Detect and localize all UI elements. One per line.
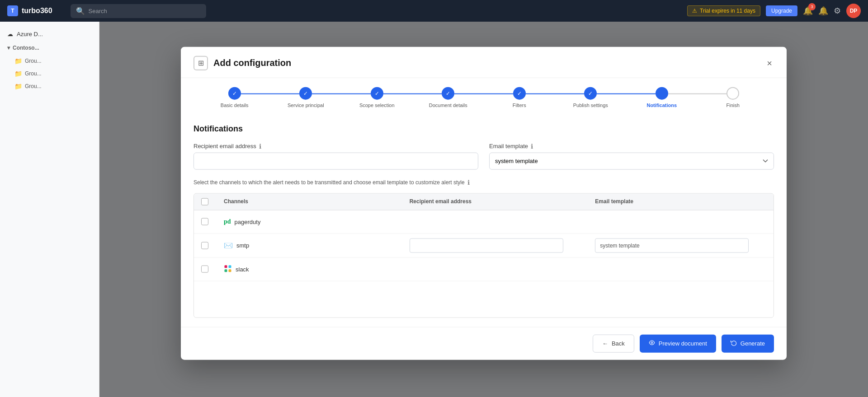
step-label-4: Document details (429, 102, 467, 107)
table-row-pagerduty: pd pagerduty (194, 210, 774, 234)
upgrade-button[interactable]: Upgrade (766, 5, 797, 16)
top-form-row: Recipient email address ℹ Email template… (193, 142, 774, 169)
table-row-smtp: ✉️ smtp system template (194, 234, 774, 257)
logo-icon: T (7, 5, 18, 16)
slack-label: slack (236, 266, 249, 272)
th-channels: Channels (217, 193, 402, 210)
modal-title-row: ⊞ Add configuration (193, 56, 291, 70)
step-label-8: Finish (726, 102, 740, 107)
pagerduty-checkbox[interactable] (201, 218, 208, 225)
email-template-label: Email template ℹ (489, 142, 774, 149)
email-template-info-icon[interactable]: ℹ (531, 142, 533, 149)
chevron-down-icon: ▾ (7, 45, 10, 51)
step-circle-5: ✓ (513, 87, 526, 99)
avatar[interactable]: DP (846, 4, 861, 18)
stepper: ✓ Basic details ✓ Service principal ✓ Sc… (181, 78, 787, 115)
step-document-details: ✓ Document details (413, 87, 484, 107)
smtp-recipient-input[interactable] (410, 238, 563, 252)
step-finish: Finish (698, 87, 769, 107)
td-checkbox-pd (194, 214, 217, 230)
td-recipient-smtp (402, 234, 588, 257)
group2-label: Grou... (25, 70, 42, 77)
back-button[interactable]: ← Back (593, 334, 634, 352)
pagerduty-icon: pd (224, 218, 231, 225)
sidebar-header-item[interactable]: ☁ Azure D... (0, 27, 99, 41)
preview-document-button[interactable]: Preview document (640, 334, 716, 352)
step-circle-8 (726, 87, 739, 99)
td-channel-pd: pd pagerduty (217, 214, 402, 230)
sidebar-item-group2[interactable]: 📁 Grou... (0, 67, 99, 80)
td-recipient-pd (402, 217, 588, 226)
select-all-checkbox[interactable] (201, 198, 208, 205)
step-filters: ✓ Filters (484, 87, 555, 107)
back-label: Back (612, 340, 625, 347)
main-content: ⊞ Add configuration × ✓ Basic details ✓ … (99, 22, 868, 397)
td-template-pd (588, 217, 774, 226)
search-bar[interactable]: 🔍 (71, 4, 206, 18)
notifications-icon[interactable]: 🔔 3 (803, 6, 813, 16)
step-connector-4 (454, 93, 513, 94)
sidebar-item-group3[interactable]: 📁 Grou... (0, 80, 99, 93)
step-notifications: Notifications (626, 87, 698, 107)
smtp-template-display: system template (595, 238, 749, 252)
td-channel-smtp: ✉️ smtp (217, 237, 402, 254)
generate-button[interactable]: Generate (722, 334, 774, 352)
search-input[interactable] (89, 8, 201, 14)
step-circle-2: ✓ (299, 87, 312, 99)
warning-icon: ⚠ (692, 8, 697, 14)
sidebar-group-label: Contoso... (13, 45, 39, 51)
group3-label: Grou... (25, 83, 42, 89)
helper-text: Select the channels to which the alert n… (193, 178, 774, 186)
helper-info-icon[interactable]: ℹ (467, 178, 470, 186)
email-template-label-text: Email template (489, 143, 528, 149)
step-label-2: Service principal (288, 102, 324, 107)
app-logo: T turbo360 (7, 5, 52, 16)
recipient-email-info-icon[interactable]: ℹ (259, 142, 261, 149)
folder-icon-2: 📁 (14, 70, 22, 77)
smtp-icon: ✉️ (224, 241, 233, 250)
bell-icon[interactable]: 🔔 (818, 6, 828, 16)
sidebar-group-header: ▾ Contoso... (0, 41, 99, 55)
smtp-checkbox[interactable] (201, 242, 208, 249)
sidebar-item-group1[interactable]: 📁 Grou... (0, 55, 99, 67)
recipient-email-label-text: Recipient email address (193, 143, 256, 149)
slack-icon (224, 264, 232, 274)
recipient-email-input[interactable] (193, 152, 478, 169)
add-configuration-modal: ⊞ Add configuration × ✓ Basic details ✓ … (181, 47, 787, 360)
modal-footer: ← Back Preview document (181, 327, 787, 360)
navbar-right: ⚠ Trial expires in 11 days Upgrade 🔔 3 🔔… (687, 4, 861, 18)
table-empty-space (194, 281, 774, 317)
email-template-select[interactable]: system template (489, 152, 774, 169)
preview-icon (649, 340, 655, 347)
step-label-6: Publish settings (573, 102, 608, 107)
td-checkbox-smtp (194, 237, 217, 253)
channels-table: Channels Recipient email address Email t… (193, 193, 774, 318)
th-checkbox (194, 193, 217, 210)
th-recipient: Recipient email address (402, 193, 588, 210)
step-scope-selection: ✓ Scope selection (341, 87, 413, 107)
svg-rect-3 (229, 269, 231, 272)
step-label-3: Scope selection (359, 102, 395, 107)
notification-badge: 3 (808, 3, 816, 10)
svg-rect-1 (229, 265, 231, 268)
group1-label: Grou... (25, 58, 42, 64)
navbar: T turbo360 🔍 ⚠ Trial expires in 11 days … (0, 0, 868, 22)
generate-label: Generate (741, 340, 765, 347)
step-connector-2 (312, 93, 371, 94)
step-connector-1 (241, 93, 300, 94)
slack-checkbox[interactable] (201, 266, 208, 273)
step-connector-3 (383, 93, 442, 94)
step-service-principal: ✓ Service principal (270, 87, 342, 107)
step-connector-7 (668, 93, 727, 94)
folder-icon-1: 📁 (14, 57, 22, 65)
recipient-email-group: Recipient email address ℹ (193, 142, 478, 169)
section-title: Notifications (193, 124, 774, 133)
sidebar: ☁ Azure D... ▾ Contoso... 📁 Grou... 📁 Gr… (0, 22, 99, 397)
close-button[interactable]: × (765, 56, 774, 69)
pagerduty-label: pagerduty (235, 218, 261, 225)
step-publish-settings: ✓ Publish settings (555, 87, 627, 107)
step-circle-7 (656, 87, 668, 99)
td-checkbox-slack (194, 261, 217, 277)
email-template-group: Email template ℹ system template (489, 142, 774, 169)
settings-icon[interactable]: ⚙ (834, 6, 841, 16)
